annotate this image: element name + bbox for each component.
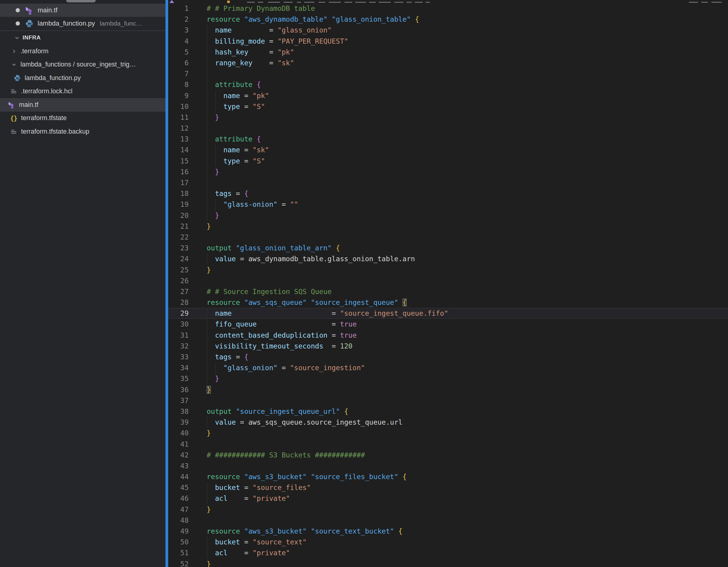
- token: "sk": [277, 59, 294, 67]
- code-line-10[interactable]: 10 type = "S": [168, 101, 728, 112]
- code-line-51[interactable]: 51 acl = "private": [168, 547, 728, 558]
- code-line-44[interactable]: 44resource "aws_s3_bucket" "source_files…: [168, 471, 728, 482]
- token: "glass-onion": [223, 200, 277, 208]
- code-line-45[interactable]: 45 bucket = "source_files": [168, 482, 728, 493]
- tree-item-lambda-functions-source-ingest-trig-[interactable]: lambda_functions / source_ingest_trig…: [0, 58, 165, 72]
- modified-dot-icon[interactable]: [16, 21, 20, 26]
- code-line-47[interactable]: 47}: [168, 504, 728, 515]
- code-line-18[interactable]: 18 tags = {: [168, 188, 728, 199]
- code-line-7[interactable]: 7: [168, 68, 728, 79]
- line-number: 25: [168, 264, 189, 275]
- code-line-8[interactable]: 8 attribute {: [168, 79, 728, 90]
- code-line-46[interactable]: 46 acl = "private": [168, 493, 728, 504]
- code-line-52[interactable]: 52}: [168, 559, 728, 567]
- token: name: [215, 26, 232, 34]
- tree-item-.terraform.lock.hcl[interactable]: .terraform.lock.hcl: [0, 85, 165, 98]
- code-line-48[interactable]: 48: [168, 515, 728, 526]
- code-line-38[interactable]: 38output "source_ingest_queue_url" {: [168, 406, 728, 417]
- code-line-28[interactable]: 28resource "aws_sqs_queue" "source_inges…: [168, 297, 728, 308]
- code-line-39[interactable]: 39 value = aws_sqs_queue.source_ingest_q…: [168, 417, 728, 428]
- tree-item-main.tf[interactable]: main.tf: [0, 98, 165, 112]
- code-line-41[interactable]: 41: [168, 439, 728, 450]
- code-line-49[interactable]: 49resource "aws_s3_bucket" "source_text_…: [168, 526, 728, 537]
- token: =: [240, 103, 253, 110]
- sidebar-section-infra[interactable]: INFRA: [0, 31, 165, 44]
- chevron-right-icon[interactable]: [11, 49, 17, 54]
- code-line-33[interactable]: 33 tags = {: [168, 352, 728, 362]
- line-number: 44: [168, 471, 189, 482]
- code-line-2[interactable]: 2resource "aws_dynamodb_table" "glass_on…: [168, 14, 728, 25]
- code-text: value = aws_sqs_queue.source_ingest_queu…: [207, 417, 403, 428]
- modified-dot-icon[interactable]: [16, 8, 20, 12]
- code-text: "glass_onion" = "source_ingestion": [207, 362, 365, 373]
- code-line-1[interactable]: 1# # Primary DynamoDB table: [168, 3, 728, 14]
- code-line-9[interactable]: 9 name = "pk": [168, 90, 728, 101]
- code-line-25[interactable]: 25}: [168, 264, 728, 275]
- lines-file-icon: [10, 88, 17, 95]
- open-editor-lambda_function.py[interactable]: lambda_function.pylambda_func…: [0, 17, 165, 30]
- code-line-14[interactable]: 14 name = "sk": [168, 144, 728, 155]
- code-line-4[interactable]: 4 billing_mode = "PAY_PER_REQUEST": [168, 36, 728, 47]
- text-fragment: [379, 2, 391, 3]
- code-line-32[interactable]: 32 visibility_timeout_seconds = 120: [168, 341, 728, 352]
- code-line-17[interactable]: 17: [168, 177, 728, 188]
- tree-item-.terraform[interactable]: .terraform: [0, 45, 165, 58]
- code-line-30[interactable]: 30 fifo_queue = true: [168, 319, 728, 330]
- code-line-6[interactable]: 6 range_key = "sk": [168, 57, 728, 68]
- token: "aws_s3_bucket": [244, 473, 307, 481]
- line-number: 38: [168, 406, 189, 417]
- code-editor[interactable]: 1# # Primary DynamoDB table2resource "aw…: [168, 0, 728, 567]
- lines-icon: [10, 88, 17, 95]
- token: =: [323, 342, 340, 350]
- token: "pk": [277, 48, 294, 56]
- section-label: INFRA: [23, 34, 41, 41]
- open-editor-main.tf[interactable]: main.tf: [0, 4, 165, 17]
- code-line-43[interactable]: 43: [168, 461, 728, 471]
- code-line-15[interactable]: 15 type = "S": [168, 156, 728, 166]
- code-line-5[interactable]: 5 hash_key = "pk": [168, 47, 728, 57]
- code-line-26[interactable]: 26: [168, 275, 728, 286]
- code-line-16[interactable]: 16 }: [168, 166, 728, 177]
- code-line-27[interactable]: 27# # Source Ingestion SQS Queue: [168, 286, 728, 297]
- token: acl: [215, 495, 228, 502]
- tree-item-label: lambda_function.py: [25, 74, 81, 82]
- code-line-3[interactable]: 3 name = "glass_onion": [168, 25, 728, 35]
- code-line-21[interactable]: 21}: [168, 221, 728, 232]
- token: true: [340, 320, 356, 328]
- code-line-13[interactable]: 13 attribute {: [168, 134, 728, 144]
- code-line-34[interactable]: 34 "glass_onion" = "source_ingestion": [168, 362, 728, 373]
- code-line-36[interactable]: 36}: [168, 384, 728, 395]
- text-fragment: [304, 2, 314, 3]
- code-line-23[interactable]: 23output "glass_onion_table_arn" {: [168, 242, 728, 253]
- code-line-50[interactable]: 50 bucket = "source_text": [168, 537, 728, 547]
- code-line-31[interactable]: 31 content_based_deduplication = true: [168, 330, 728, 341]
- tree-item-lambda-function.py[interactable]: lambda_function.py: [0, 71, 165, 85]
- chevron-down-icon[interactable]: [11, 62, 17, 67]
- code-line-11[interactable]: 11 }: [168, 112, 728, 123]
- terraform-file-icon: [25, 6, 33, 14]
- code-text: attribute {: [207, 79, 261, 90]
- code-line-12[interactable]: 12: [168, 123, 728, 134]
- token: tags: [215, 353, 232, 361]
- code-line-22[interactable]: 22: [168, 232, 728, 242]
- code-line-37[interactable]: 37: [168, 395, 728, 406]
- code-line-42[interactable]: 42# ############ S3 Buckets ############: [168, 450, 728, 461]
- tree-item-terraform.tfstate[interactable]: {}terraform.tfstate: [0, 112, 165, 125]
- code-line-29[interactable]: 29 name = "source_ingest_queue.fifo": [168, 308, 728, 319]
- code-line-24[interactable]: 24 value = aws_dynamodb_table.glass_onio…: [168, 253, 728, 264]
- code-line-40[interactable]: 40}: [168, 428, 728, 439]
- line-number: 13: [168, 134, 189, 144]
- sidebar-scrollbar-thumb[interactable]: [66, 0, 96, 2]
- token: [207, 26, 215, 34]
- tree-item-terraform.tfstate.backup[interactable]: terraform.tfstate.backup: [0, 125, 165, 138]
- code-text: }: [207, 428, 211, 439]
- line-number: 2: [168, 14, 189, 25]
- code-line-20[interactable]: 20 }: [168, 210, 728, 221]
- code-line-19[interactable]: 19 "glass-onion" = "": [168, 199, 728, 210]
- token: name: [223, 146, 240, 154]
- code-text: }: [207, 221, 211, 232]
- token: [207, 135, 215, 143]
- code-line-35[interactable]: 35 }: [168, 373, 728, 384]
- sidebar-resize-sash[interactable]: [165, 0, 168, 567]
- token: resource: [207, 473, 240, 481]
